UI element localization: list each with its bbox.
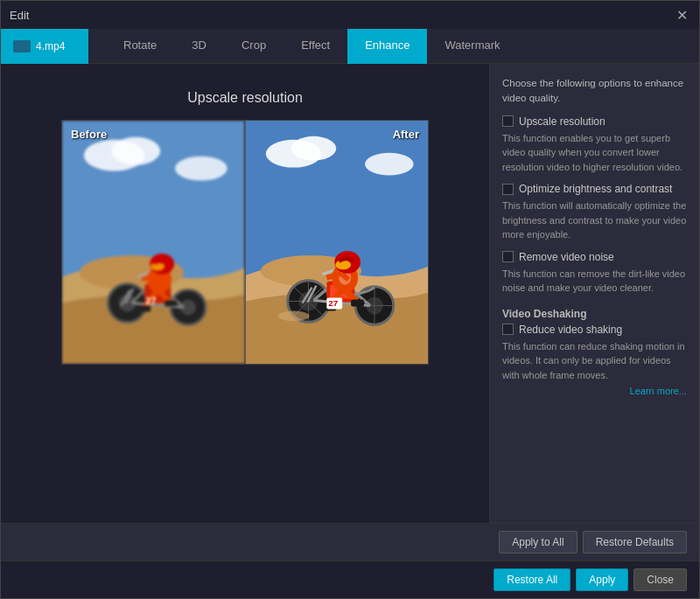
tab-watermark[interactable]: Watermark (427, 29, 517, 64)
upscale-desc: This function enables you to get superb … (502, 131, 687, 175)
before-image: 27 (62, 121, 245, 364)
svg-text:27: 27 (328, 298, 339, 308)
settings-intro: Choose the following options to enhance … (502, 76, 687, 107)
upscale-option-group: Upscale resolution This function enables… (502, 115, 687, 175)
tab-crop[interactable]: Crop (224, 29, 284, 64)
before-panel: Before (62, 121, 246, 364)
apply-to-all-button[interactable]: Apply to All (499, 531, 577, 554)
noise-label: Remove video noise (519, 251, 614, 263)
settings-panel: Choose the following options to enhance … (489, 64, 699, 523)
upscale-label: Upscale resolution (519, 115, 606, 128)
noise-option-row[interactable]: Remove video noise (502, 251, 687, 263)
file-tab-label: 4.mp4 (36, 40, 65, 52)
content-area: Upscale resolution Before (1, 64, 699, 523)
svg-rect-18 (138, 305, 150, 311)
svg-point-60 (277, 310, 309, 321)
deshaking-group: Video Deshaking Reduce video shaking Thi… (502, 304, 687, 397)
titlebar: Edit ✕ (1, 1, 699, 29)
svg-rect-51 (351, 300, 364, 307)
preview-panel: Upscale resolution Before (1, 64, 489, 523)
deshaking-section-title: Video Deshaking (502, 308, 687, 320)
tabs-bar: 4.mp4 Rotate 3D Crop Effect Enhance Wate… (1, 29, 699, 64)
upscale-option-row[interactable]: Upscale resolution (502, 115, 687, 128)
svg-point-27 (290, 136, 336, 161)
nav-tabs: Rotate 3D Crop Effect Enhance Watermark (106, 29, 518, 64)
close-button[interactable]: Close (634, 568, 687, 591)
tab-rotate[interactable]: Rotate (106, 29, 174, 64)
after-image: 27 (246, 121, 429, 364)
window-close-button[interactable]: ✕ (673, 6, 690, 24)
deshaking-checkbox[interactable] (502, 324, 514, 335)
after-panel: After (246, 121, 429, 364)
brightness-option-group: Optimize brightness and contrast This fu… (502, 183, 687, 242)
brightness-desc: This function will automatically optimiz… (502, 199, 687, 242)
tab-enhance[interactable]: Enhance (347, 29, 427, 64)
window-title: Edit (10, 9, 29, 22)
brightness-label: Optimize brightness and contrast (519, 183, 672, 195)
svg-point-28 (365, 153, 414, 176)
edit-window: Edit ✕ 4.mp4 Rotate 3D Crop Effect Enhan… (0, 0, 700, 599)
brightness-checkbox[interactable] (502, 184, 514, 195)
bottom-buttons: Apply to All Restore Defaults (1, 523, 699, 561)
upscale-checkbox[interactable] (502, 115, 514, 127)
svg-rect-19 (164, 301, 177, 307)
restore-all-button[interactable]: Restore All (494, 568, 570, 591)
before-label: Before (71, 128, 107, 141)
noise-option-group: Remove video noise This function can rem… (502, 251, 687, 296)
file-tab[interactable]: 4.mp4 (1, 29, 88, 64)
file-icon (13, 40, 31, 52)
svg-point-3 (175, 157, 228, 181)
tab-3d[interactable]: 3D (174, 29, 224, 64)
apply-button[interactable]: Apply (576, 568, 628, 591)
svg-point-2 (112, 137, 161, 165)
svg-point-59 (335, 260, 351, 269)
deshaking-option-row[interactable]: Reduce video shaking (502, 324, 687, 336)
noise-checkbox[interactable] (502, 251, 514, 262)
svg-point-24 (150, 262, 164, 271)
after-label: After (393, 128, 419, 141)
deshaking-label: Reduce video shaking (519, 324, 622, 336)
preview-title: Upscale resolution (187, 90, 303, 106)
svg-text:27: 27 (145, 296, 156, 306)
footer-bar: Restore All Apply Close (1, 561, 699, 598)
brightness-option-row[interactable]: Optimize brightness and contrast (502, 183, 687, 195)
restore-defaults-button[interactable]: Restore Defaults (583, 531, 687, 554)
before-after-container: Before (61, 120, 429, 365)
learn-more-link[interactable]: Learn more... (630, 386, 687, 396)
noise-desc: This function can remove the dirt-like v… (502, 267, 687, 296)
tab-effect[interactable]: Effect (284, 29, 347, 64)
deshaking-desc: This function can reduce shaking motion … (502, 339, 687, 383)
